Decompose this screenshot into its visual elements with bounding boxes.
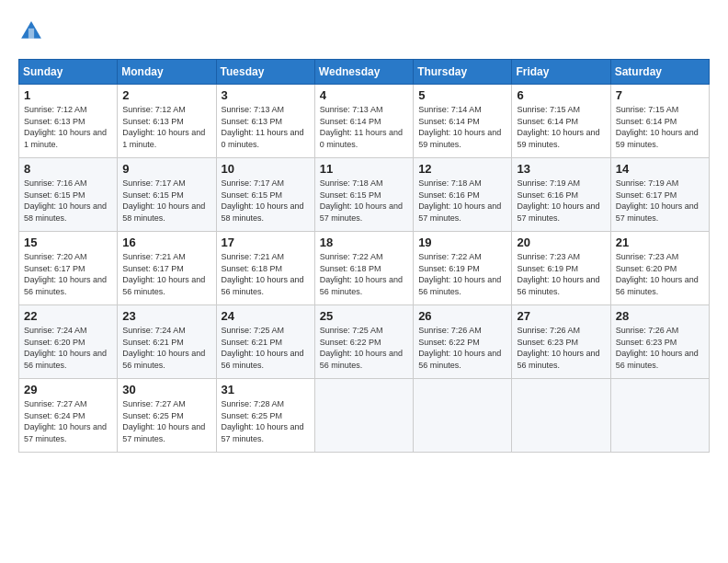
day-info: Sunrise: 7:23 AMSunset: 6:19 PMDaylight:… bbox=[517, 252, 599, 296]
calendar-header: SundayMondayTuesdayWednesdayThursdayFrid… bbox=[19, 60, 710, 85]
calendar-week-row: 8 Sunrise: 7:16 AMSunset: 6:15 PMDayligh… bbox=[19, 158, 710, 232]
day-number: 11 bbox=[320, 162, 408, 176]
day-number: 25 bbox=[320, 309, 408, 323]
day-number: 29 bbox=[24, 383, 112, 396]
svg-rect-1 bbox=[28, 29, 34, 39]
calendar-cell: 18 Sunrise: 7:22 AMSunset: 6:18 PMDaylig… bbox=[314, 232, 413, 305]
day-info: Sunrise: 7:15 AMSunset: 6:14 PMDaylight:… bbox=[616, 105, 699, 149]
calendar-cell: 16 Sunrise: 7:21 AMSunset: 6:17 PMDaylig… bbox=[118, 232, 216, 305]
day-info: Sunrise: 7:25 AMSunset: 6:21 PMDaylight:… bbox=[222, 326, 304, 370]
calendar-cell: 24 Sunrise: 7:25 AMSunset: 6:21 PMDaylig… bbox=[216, 305, 314, 379]
day-number: 12 bbox=[418, 162, 506, 176]
day-number: 7 bbox=[616, 88, 704, 102]
calendar-cell: 14 Sunrise: 7:19 AMSunset: 6:17 PMDaylig… bbox=[610, 158, 709, 232]
calendar-week-row: 29 Sunrise: 7:27 AMSunset: 6:24 PMDaylig… bbox=[19, 379, 710, 453]
day-number: 8 bbox=[24, 162, 112, 176]
day-info: Sunrise: 7:14 AMSunset: 6:14 PMDaylight:… bbox=[418, 105, 501, 149]
calendar-cell: 25 Sunrise: 7:25 AMSunset: 6:22 PMDaylig… bbox=[314, 305, 413, 379]
day-number: 19 bbox=[418, 236, 506, 249]
day-info: Sunrise: 7:21 AMSunset: 6:17 PMDaylight:… bbox=[122, 252, 205, 296]
logo bbox=[18, 18, 48, 44]
day-number: 3 bbox=[222, 88, 310, 102]
calendar-cell bbox=[512, 379, 610, 453]
calendar-cell: 26 Sunrise: 7:26 AMSunset: 6:22 PMDaylig… bbox=[414, 305, 512, 379]
day-number: 16 bbox=[122, 236, 210, 249]
day-info: Sunrise: 7:22 AMSunset: 6:19 PMDaylight:… bbox=[418, 252, 501, 296]
calendar-cell: 4 Sunrise: 7:13 AMSunset: 6:14 PMDayligh… bbox=[314, 85, 413, 158]
day-info: Sunrise: 7:26 AMSunset: 6:22 PMDaylight:… bbox=[418, 326, 501, 370]
day-number: 6 bbox=[517, 88, 605, 102]
day-number: 5 bbox=[418, 88, 506, 102]
calendar-cell: 13 Sunrise: 7:19 AMSunset: 6:16 PMDaylig… bbox=[512, 158, 610, 232]
day-info: Sunrise: 7:18 AMSunset: 6:16 PMDaylight:… bbox=[418, 178, 501, 223]
calendar-cell: 11 Sunrise: 7:18 AMSunset: 6:15 PMDaylig… bbox=[314, 158, 413, 232]
day-number: 10 bbox=[222, 162, 310, 176]
day-number: 15 bbox=[24, 236, 112, 249]
day-info: Sunrise: 7:19 AMSunset: 6:16 PMDaylight:… bbox=[517, 178, 599, 223]
calendar-week-row: 15 Sunrise: 7:20 AMSunset: 6:17 PMDaylig… bbox=[19, 232, 710, 305]
day-info: Sunrise: 7:25 AMSunset: 6:22 PMDaylight:… bbox=[320, 326, 403, 370]
calendar-cell: 17 Sunrise: 7:21 AMSunset: 6:18 PMDaylig… bbox=[216, 232, 314, 305]
day-number: 24 bbox=[222, 309, 310, 323]
day-number: 17 bbox=[222, 236, 310, 249]
calendar-week-row: 1 Sunrise: 7:12 AMSunset: 6:13 PMDayligh… bbox=[19, 85, 710, 158]
calendar-cell bbox=[314, 379, 413, 453]
day-info: Sunrise: 7:19 AMSunset: 6:17 PMDaylight:… bbox=[616, 178, 699, 223]
calendar-cell: 23 Sunrise: 7:24 AMSunset: 6:21 PMDaylig… bbox=[118, 305, 216, 379]
logo-icon bbox=[18, 18, 44, 44]
calendar-cell: 10 Sunrise: 7:17 AMSunset: 6:15 PMDaylig… bbox=[216, 158, 314, 232]
day-info: Sunrise: 7:13 AMSunset: 6:14 PMDaylight:… bbox=[320, 105, 403, 149]
day-number: 22 bbox=[24, 309, 112, 323]
calendar-cell: 9 Sunrise: 7:17 AMSunset: 6:15 PMDayligh… bbox=[118, 158, 216, 232]
day-info: Sunrise: 7:24 AMSunset: 6:21 PMDaylight:… bbox=[122, 326, 205, 370]
day-number: 18 bbox=[320, 236, 408, 249]
weekday-header: Monday bbox=[118, 60, 216, 85]
day-number: 9 bbox=[122, 162, 210, 176]
day-info: Sunrise: 7:24 AMSunset: 6:20 PMDaylight:… bbox=[24, 326, 107, 370]
calendar-cell: 31 Sunrise: 7:28 AMSunset: 6:25 PMDaylig… bbox=[216, 379, 314, 453]
day-number: 26 bbox=[418, 309, 506, 323]
calendar-cell: 5 Sunrise: 7:14 AMSunset: 6:14 PMDayligh… bbox=[414, 85, 512, 158]
calendar-cell: 21 Sunrise: 7:23 AMSunset: 6:20 PMDaylig… bbox=[610, 232, 709, 305]
calendar-cell: 29 Sunrise: 7:27 AMSunset: 6:24 PMDaylig… bbox=[19, 379, 118, 453]
calendar-cell: 30 Sunrise: 7:27 AMSunset: 6:25 PMDaylig… bbox=[118, 379, 216, 453]
day-info: Sunrise: 7:15 AMSunset: 6:14 PMDaylight:… bbox=[517, 105, 599, 149]
calendar-cell bbox=[414, 379, 512, 453]
day-info: Sunrise: 7:21 AMSunset: 6:18 PMDaylight:… bbox=[222, 252, 304, 296]
day-number: 20 bbox=[517, 236, 605, 249]
calendar-body: 1 Sunrise: 7:12 AMSunset: 6:13 PMDayligh… bbox=[19, 85, 710, 453]
calendar-cell bbox=[610, 379, 709, 453]
day-number: 23 bbox=[122, 309, 210, 323]
day-number: 13 bbox=[517, 162, 605, 176]
day-number: 31 bbox=[222, 383, 310, 396]
day-info: Sunrise: 7:17 AMSunset: 6:15 PMDaylight:… bbox=[222, 178, 304, 223]
calendar-week-row: 22 Sunrise: 7:24 AMSunset: 6:20 PMDaylig… bbox=[19, 305, 710, 379]
day-info: Sunrise: 7:26 AMSunset: 6:23 PMDaylight:… bbox=[616, 326, 699, 370]
day-number: 1 bbox=[24, 88, 112, 102]
day-info: Sunrise: 7:23 AMSunset: 6:20 PMDaylight:… bbox=[616, 252, 699, 296]
page-header bbox=[18, 18, 710, 44]
weekday-header: Thursday bbox=[414, 60, 512, 85]
calendar-cell: 8 Sunrise: 7:16 AMSunset: 6:15 PMDayligh… bbox=[19, 158, 118, 232]
day-info: Sunrise: 7:13 AMSunset: 6:13 PMDaylight:… bbox=[222, 105, 304, 149]
day-info: Sunrise: 7:12 AMSunset: 6:13 PMDaylight:… bbox=[24, 105, 107, 149]
calendar-cell: 6 Sunrise: 7:15 AMSunset: 6:14 PMDayligh… bbox=[512, 85, 610, 158]
calendar-cell: 22 Sunrise: 7:24 AMSunset: 6:20 PMDaylig… bbox=[19, 305, 118, 379]
calendar-table: SundayMondayTuesdayWednesdayThursdayFrid… bbox=[18, 59, 710, 453]
day-info: Sunrise: 7:17 AMSunset: 6:15 PMDaylight:… bbox=[122, 178, 205, 223]
weekday-header: Tuesday bbox=[216, 60, 314, 85]
weekday-header: Wednesday bbox=[314, 60, 413, 85]
calendar-cell: 7 Sunrise: 7:15 AMSunset: 6:14 PMDayligh… bbox=[610, 85, 709, 158]
day-number: 21 bbox=[616, 236, 704, 249]
calendar-cell: 20 Sunrise: 7:23 AMSunset: 6:19 PMDaylig… bbox=[512, 232, 610, 305]
calendar-cell: 15 Sunrise: 7:20 AMSunset: 6:17 PMDaylig… bbox=[19, 232, 118, 305]
day-number: 4 bbox=[320, 88, 408, 102]
day-number: 27 bbox=[517, 309, 605, 323]
day-number: 28 bbox=[616, 309, 704, 323]
day-info: Sunrise: 7:20 AMSunset: 6:17 PMDaylight:… bbox=[24, 252, 107, 296]
calendar-cell: 12 Sunrise: 7:18 AMSunset: 6:16 PMDaylig… bbox=[414, 158, 512, 232]
calendar-cell: 27 Sunrise: 7:26 AMSunset: 6:23 PMDaylig… bbox=[512, 305, 610, 379]
calendar-cell: 28 Sunrise: 7:26 AMSunset: 6:23 PMDaylig… bbox=[610, 305, 709, 379]
calendar-cell: 2 Sunrise: 7:12 AMSunset: 6:13 PMDayligh… bbox=[118, 85, 216, 158]
day-info: Sunrise: 7:18 AMSunset: 6:15 PMDaylight:… bbox=[320, 178, 403, 223]
